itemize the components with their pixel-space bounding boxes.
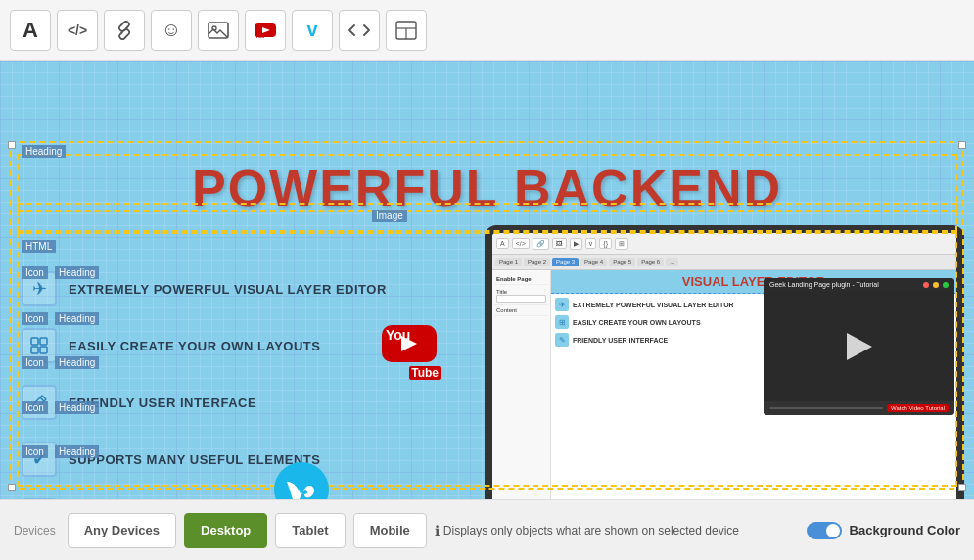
video-ctrl-red: [923, 282, 929, 288]
html-label: HTML: [22, 240, 56, 253]
video-thumbnail: Geek Landing Page plugin - Tutorial: [764, 278, 954, 415]
feature-item-3: FRIENDLY USER INTERFACE: [22, 385, 394, 420]
layout-tool-button[interactable]: [386, 10, 427, 51]
screen-nav-tab-7: ...: [666, 258, 678, 266]
screen-sidebar-content: Content: [494, 305, 548, 316]
screen-sidebar: Enable Page Title Content: [492, 270, 551, 499]
screen-feat-text-2: EASILY CREATE YOUR OWN LAYOUTS: [573, 319, 701, 326]
code-tool-button[interactable]: </>: [57, 10, 98, 51]
link-tool-button[interactable]: [104, 10, 145, 51]
screen-toolbar: A </> 🔗 🖼 ▶ v {} ⊞: [492, 233, 956, 255]
any-devices-button[interactable]: Any Devices: [68, 513, 176, 548]
screen-nav-tab-4: Page 4: [580, 258, 607, 266]
image-tool-button[interactable]: [198, 10, 239, 51]
bottom-bar: Devices Any Devices Desktop Tablet Mobil…: [0, 499, 974, 560]
main-heading[interactable]: POWERFUL BACKEND: [0, 159, 974, 217]
screen-feat-text-3: FRIENDLY USER INTERFACE: [573, 337, 668, 344]
screen-nav-tab-3: Page 3: [552, 258, 579, 266]
screen-nav-tab-2: Page 2: [524, 258, 550, 266]
video-progress-bar: Watch Video Tutorial: [764, 401, 954, 415]
info-section: ℹ Displays only objects what are shown o…: [435, 523, 739, 538]
svg-text:You: You: [255, 33, 264, 39]
feature-icon-3: [22, 385, 57, 420]
heading-label: Heading: [22, 145, 66, 158]
svg-rect-8: [31, 338, 38, 345]
toggle-knob: [826, 524, 840, 537]
screen-tb-embed: {}: [599, 238, 612, 249]
feature-item-2: EASILY CREATE YOUR OWN LAYOUTS: [22, 328, 394, 363]
feature-icon-2: [22, 328, 57, 363]
video-controls: [923, 282, 949, 288]
feature-text-3: FRIENDLY USER INTERFACE: [69, 396, 256, 410]
toolbar: A </> ☺ You v: [0, 0, 974, 61]
screen-nav-tab-5: Page 5: [609, 258, 635, 266]
feature-list: ✈ EXTREMELY POWERFUL VISUAL LAYER EDITOR…: [22, 271, 394, 499]
text-tool-button[interactable]: A: [10, 10, 51, 51]
watch-tutorial-btn[interactable]: Watch Video Tutorial: [887, 404, 949, 412]
devices-label: Devices: [14, 524, 56, 537]
progress-line: [769, 407, 883, 409]
screen-feat-icon-2: ⊞: [555, 315, 569, 329]
screen-tb-link: 🔗: [533, 238, 549, 250]
tablet-button[interactable]: Tablet: [275, 513, 345, 548]
screen-feat-text-1: EXTREMELY POWERFUL VISUAL LAYER EDITOR: [573, 302, 734, 308]
desktop-button[interactable]: Desktop: [184, 513, 267, 548]
screen-nav-tab-1: Page 1: [495, 258, 522, 266]
screen-tb-layout: ⊞: [615, 238, 628, 250]
laptop-mockup: A </> 🔗 🖼 ▶ v {} ⊞ Page 1 Page 2 Page 3 …: [485, 225, 964, 499]
feature-icon-4: ✔: [22, 442, 57, 477]
screen-title-input[interactable]: [496, 295, 546, 303]
screen-nav-tab-6: Page 6: [637, 258, 664, 266]
video-title-text: Geek Landing Page plugin - Tutorial: [769, 281, 879, 288]
laptop-screen: A </> 🔗 🖼 ▶ v {} ⊞ Page 1 Page 2 Page 3 …: [492, 233, 956, 499]
screen-tb-yt: ▶: [570, 238, 582, 250]
resize-handle-tr[interactable]: [958, 141, 966, 149]
vimeo-element[interactable]: [272, 460, 331, 499]
laptop-body: A </> 🔗 🖼 ▶ v {} ⊞ Page 1 Page 2 Page 3 …: [485, 225, 964, 499]
screen-tb-v: v: [585, 238, 597, 249]
feature-text-2: EASILY CREATE YOUR OWN LAYOUTS: [69, 339, 320, 353]
svg-rect-11: [40, 347, 47, 353]
screen-nav: Page 1 Page 2 Page 3 Page 4 Page 5 Page …: [492, 255, 956, 270]
youtube-tool-button[interactable]: You: [245, 10, 286, 51]
screen-feat-icon-3: ✎: [555, 333, 569, 347]
feature-icon-5: [22, 498, 57, 499]
feature-item-4: ✔ SUPPORTS MANY USEFUL ELEMENTS: [22, 442, 394, 477]
vimeo-tool-button[interactable]: v: [292, 10, 333, 51]
feature-icon-1: ✈: [22, 271, 57, 306]
embed-tool-button[interactable]: [339, 10, 380, 51]
background-color-toggle: Background Color: [807, 522, 960, 539]
screen-tb-code: </>: [512, 238, 530, 249]
resize-handle-bl[interactable]: [8, 484, 16, 491]
mobile-button[interactable]: Mobile: [353, 513, 427, 548]
screen-tb-img: 🖼: [552, 238, 567, 249]
info-icon: ℹ: [435, 523, 440, 538]
svg-rect-10: [31, 347, 38, 353]
youtube-element[interactable]: You Tube: [382, 325, 441, 384]
info-text-label: Displays only objects what are shown on …: [443, 524, 739, 537]
screen-sidebar-title: Title: [494, 287, 548, 305]
play-button-icon[interactable]: [847, 333, 872, 360]
resize-handle-br[interactable]: [958, 484, 966, 491]
screen-main-area: VISUAL LAYER EDITOR ✈ EXTREMELY POWERFUL…: [551, 270, 956, 499]
feature-text-1: EXTREMELY POWERFUL VISUAL LAYER EDITOR: [69, 282, 387, 297]
screen-feat-icon-1: ✈: [555, 298, 569, 311]
toggle-switch[interactable]: [807, 522, 842, 539]
svg-point-13: [274, 462, 329, 499]
canvas-area: Heading Image HTML Icon Heading Icon Hea…: [0, 61, 974, 499]
video-body: [764, 291, 954, 401]
svg-rect-9: [40, 338, 47, 345]
feature-item-1: ✈ EXTREMELY POWERFUL VISUAL LAYER EDITOR: [22, 271, 394, 306]
screen-sidebar-enable: Enable Page: [494, 274, 548, 285]
video-header: Geek Landing Page plugin - Tutorial: [764, 278, 954, 291]
bg-color-label: Background Color: [850, 523, 960, 537]
resize-handle-tl[interactable]: [8, 141, 16, 149]
screen-content: Enable Page Title Content VISUAL LAYER E…: [492, 270, 956, 499]
feature-item-5: 30+ BUILT-IN ANIMATIONS: [22, 498, 394, 499]
emoji-tool-button[interactable]: ☺: [151, 10, 192, 51]
video-ctrl-yellow: [933, 282, 939, 288]
video-ctrl-green: [943, 282, 949, 288]
screen-tb-a: A: [496, 238, 509, 249]
